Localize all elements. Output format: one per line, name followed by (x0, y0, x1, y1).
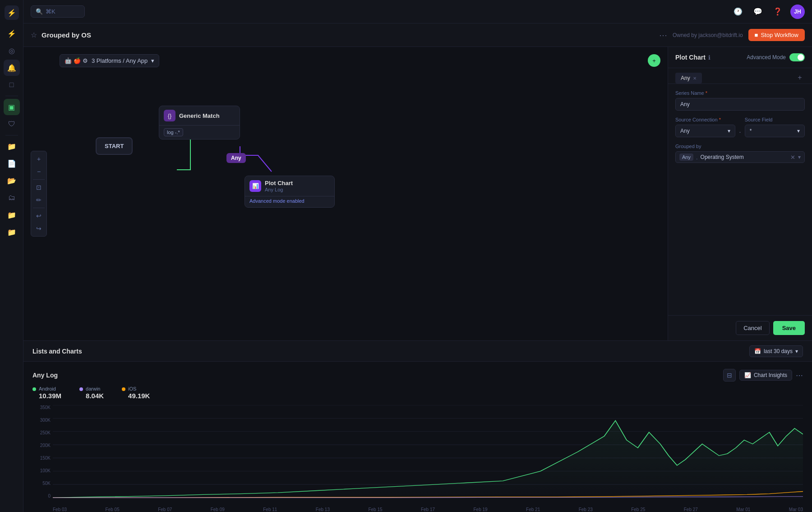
connections-svg (23, 47, 668, 340)
lists-charts-title: Lists and Charts (32, 348, 82, 355)
add-node-button[interactable]: + (648, 54, 660, 67)
zoom-out-button[interactable]: − (33, 166, 45, 177)
main-content: 🔍 ⌘K 🕐 💬 ❓ JH ☆ Grouped by OS ⋯ Owned by… (23, 0, 812, 512)
chart-y-labels: 350K 300K 250K 200K 150K 100K 50K 0 (32, 405, 51, 498)
series-name-input[interactable]: Any (675, 98, 805, 111)
x-label-feb03: Feb 03 (53, 507, 67, 512)
user-avatar[interactable]: JH (790, 5, 805, 19)
search-bar[interactable]: 🔍 ⌘K (31, 5, 85, 18)
node-generic-match[interactable]: {} Generic Match log -.* (159, 106, 240, 140)
tab-any-label: Any (681, 75, 690, 81)
chart-insights-button[interactable]: 📈 Chart Insights (739, 370, 792, 381)
stop-icon: ■ (755, 32, 758, 38)
sidebar-item-alerts[interactable]: 🔔 (4, 60, 20, 76)
sidebar-item-folder2[interactable]: 📁 (4, 138, 20, 154)
any-node-label: Any (231, 155, 241, 161)
node-generic-match-body: log -.* (159, 126, 240, 139)
tab-any[interactable]: Any ✕ (675, 73, 702, 84)
sidebar-item-folder6[interactable]: 📁 (4, 224, 20, 240)
topbar-right: 🕐 💬 ❓ JH (731, 5, 805, 19)
sidebar-item-search[interactable]: ◎ (4, 42, 20, 59)
favorite-icon[interactable]: ☆ (31, 31, 37, 39)
x-label-feb15: Feb 15 (368, 507, 382, 512)
sidebar-divider-1 (5, 96, 18, 96)
chart-more-options[interactable]: ⋯ (796, 371, 803, 380)
chart-legend: Android 10.39M darwin 8.04K (32, 386, 803, 400)
x-label-feb21: Feb 21 (526, 507, 540, 512)
grouped-by-field: Grouped by Any . Operating System ✕ ▾ (675, 144, 805, 163)
sidebar-section-top: ⚡ ◎ 🔔 □ ▣ 🛡 📁 📄 📂 🗂 📁 📁 (0, 25, 23, 240)
redo-button[interactable]: ↪ (33, 223, 45, 234)
chart-header-row: Any Log ⊟ 📈 Chart Insights ⋯ (32, 369, 803, 382)
chart-body: 350K 300K 250K 200K 150K 100K 50K 0 (32, 405, 803, 512)
undo-button[interactable]: ↩ (33, 210, 45, 222)
node-any[interactable]: Any (226, 153, 246, 163)
x-label-mar03: Mar 03 (789, 507, 803, 512)
source-connection-select[interactable]: Any ▾ (675, 125, 735, 137)
y-label-250k: 250K (32, 430, 51, 435)
chart-area: Any Log ⊟ 📈 Chart Insights ⋯ (23, 362, 812, 512)
fit-view-button[interactable]: ⊡ (33, 182, 45, 193)
sidebar-item-folder1[interactable]: □ (4, 77, 20, 93)
panel-tabs: Any ✕ + (668, 68, 812, 84)
info-icon[interactable]: ℹ (708, 54, 710, 61)
plot-chart-advanced: Advanced mode enabled (245, 196, 334, 207)
legend-label-ios: iOS (128, 386, 150, 391)
zoom-in-button[interactable]: + (33, 153, 45, 165)
more-options-icon[interactable]: ⋯ (659, 30, 667, 40)
y-label-200k: 200K (32, 443, 51, 448)
grouped-by-value: Operating System (701, 154, 788, 160)
source-field-select[interactable]: * ▾ (745, 125, 805, 137)
app-logo[interactable]: ⚡ (5, 5, 19, 20)
toggle-knob (798, 54, 804, 61)
x-label-feb23: Feb 23 (579, 507, 593, 512)
field-separator: . (739, 126, 741, 137)
sidebar-item-lightning[interactable]: ⚡ (4, 25, 20, 42)
chart-filter-button[interactable]: ⊟ (723, 369, 736, 382)
gear-icon: ⚙ (83, 57, 88, 64)
sidebar-item-doc[interactable]: 📄 (4, 155, 20, 172)
advanced-mode-toggle[interactable] (789, 53, 805, 61)
plot-chart-subtitle: Any Log (265, 187, 293, 192)
plot-chart-title: Plot Chart (265, 180, 293, 186)
node-plot-chart[interactable]: 📊 Plot Chart Any Log Advanced mode enabl… (245, 176, 335, 208)
node-generic-match-header: {} Generic Match (159, 106, 240, 126)
grouped-by-row[interactable]: Any . Operating System ✕ ▾ (675, 151, 805, 163)
workflow-title: Grouped by OS (42, 31, 91, 39)
sidebar-item-folder3[interactable]: 📂 (4, 172, 20, 189)
source-field-value: * (750, 128, 752, 134)
platform-icons: 🤖 🍎 ⚙ (65, 57, 88, 64)
legend-value-android: 10.39M (39, 392, 61, 400)
x-label-feb09: Feb 09 (211, 507, 225, 512)
calendar-icon: 📅 (754, 348, 761, 354)
cancel-button[interactable]: Cancel (736, 321, 769, 335)
sidebar-item-shield[interactable]: 🛡 (4, 116, 20, 132)
save-button[interactable]: Save (773, 321, 805, 335)
date-range-button[interactable]: 📅 last 30 days ▾ (749, 345, 803, 357)
tab-close-icon[interactable]: ✕ (693, 76, 697, 81)
bottom-header: Lists and Charts 📅 last 30 days ▾ (23, 341, 812, 362)
chart-insights-label: Chart Insights (754, 372, 787, 378)
canvas-area[interactable]: 🤖 🍎 ⚙ 3 Platforms / Any App ▾ + START {} (23, 47, 668, 340)
source-field-label: Source Field (745, 117, 805, 122)
stop-workflow-button[interactable]: ■ Stop Workflow (748, 29, 805, 41)
sidebar-item-folder4[interactable]: 🗂 (4, 190, 20, 206)
workflow-header: ☆ Grouped by OS ⋯ Owned by jackson@bitdr… (23, 23, 812, 47)
source-connection-value: Any (680, 128, 690, 134)
search-icon: 🔍 (36, 8, 43, 15)
search-placeholder: ⌘K (46, 8, 55, 15)
grouped-by-clear-icon[interactable]: ✕ (790, 154, 795, 161)
chart-x-labels: Feb 03 Feb 05 Feb 07 Feb 09 Feb 11 Feb 1… (53, 507, 803, 512)
chat-icon-btn[interactable]: 💬 (751, 5, 765, 19)
pen-tool-button[interactable]: ✏ (33, 194, 45, 206)
advanced-mode-label: Advanced Mode (747, 54, 786, 61)
node-start[interactable]: START (96, 137, 133, 155)
y-label-150k: 150K (32, 456, 51, 461)
add-tab-button[interactable]: + (795, 73, 805, 83)
sidebar-item-folder5[interactable]: 📁 (4, 207, 20, 223)
help-icon-btn[interactable]: ❓ (770, 5, 785, 19)
platform-selector[interactable]: 🤖 🍎 ⚙ 3 Platforms / Any App ▾ (60, 54, 159, 67)
bottom-section: Lists and Charts 📅 last 30 days ▾ Any Lo… (23, 340, 812, 512)
sidebar-item-active[interactable]: ▣ (4, 99, 20, 115)
history-icon-btn[interactable]: 🕐 (731, 5, 745, 19)
